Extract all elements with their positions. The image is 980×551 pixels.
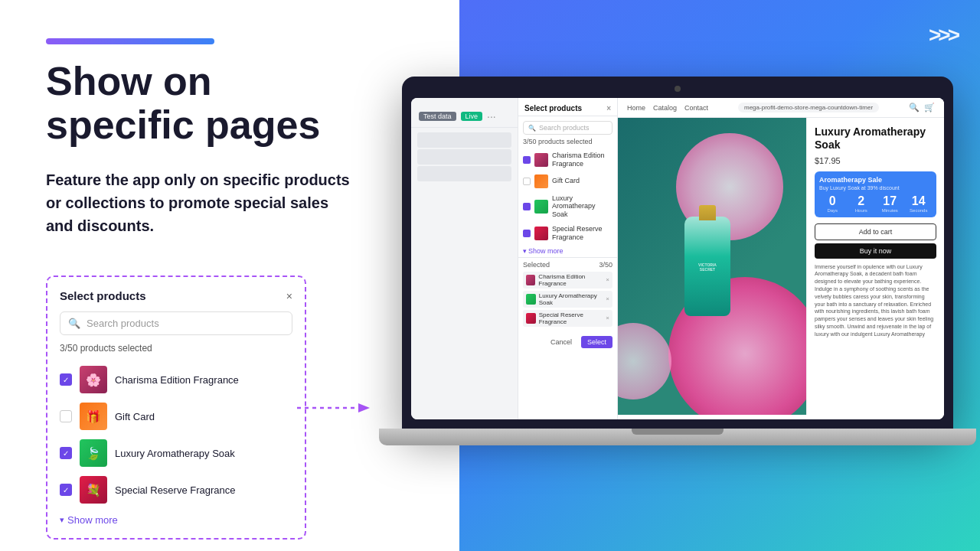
search-placeholder: Search products xyxy=(87,318,159,329)
store-content: VICTORIASECRET Luxury Aromatherapy Soak … xyxy=(618,118,944,415)
live-badge: Live xyxy=(461,112,483,121)
mini-checkbox-aromatherapy[interactable] xyxy=(523,203,531,210)
countdown-days: 0 Days xyxy=(819,194,846,213)
chip-name-special: Special Reserve Fragrance xyxy=(539,311,606,325)
thumb-aromatherapy: 🍃 xyxy=(80,439,107,467)
countdown-seconds: 14 Seconds xyxy=(906,194,933,213)
selected-chip-aromatherapy: Luxury Aromatherapy Soak × xyxy=(523,291,612,308)
mini-name-special: Special Reserve Fragrance xyxy=(552,225,612,242)
product-name-charisma: Charisma Edition Fragrance xyxy=(115,374,239,386)
card-title: Select products xyxy=(60,289,146,302)
thumb-giftcard: 🎁 xyxy=(80,403,107,430)
main-heading: Show on specific pages xyxy=(46,60,360,147)
mini-panel-title: Select products xyxy=(524,104,582,112)
cancel-button[interactable]: Cancel xyxy=(544,336,578,348)
checkbox-special[interactable] xyxy=(60,484,72,496)
search-box[interactable]: 🔍 Search products xyxy=(60,311,292,335)
search-icon: 🔍 xyxy=(68,318,80,329)
svg-marker-1 xyxy=(358,403,370,412)
selected-label: Selected xyxy=(523,261,550,269)
checkbox-aromatherapy[interactable] xyxy=(60,447,72,459)
checkbox-giftcard[interactable] xyxy=(60,410,72,422)
sidebar-icon-row xyxy=(417,149,511,165)
mini-close-icon[interactable]: × xyxy=(606,104,611,112)
sub-heading: Feature the app only on specific product… xyxy=(46,168,360,237)
store-url: mega-profit-demo-store-mega-countdown-ti… xyxy=(738,103,879,112)
countdown-box: Aromatherapy Sale Buy Luxury Soak at 39%… xyxy=(815,171,936,217)
nav-contact[interactable]: Contact xyxy=(684,104,708,112)
chevron-down-icon: ▾ xyxy=(60,515,64,525)
store-nav-links: Home Catalog Contact xyxy=(627,104,708,112)
panel-buttons: Cancel Select xyxy=(518,332,617,352)
sidebar-icon-row xyxy=(417,132,511,148)
mini-checkbox-charisma[interactable] xyxy=(523,156,531,164)
product-name-special: Special Reserve Fragrance xyxy=(115,484,236,496)
mini-product-giftcard: Gift Card xyxy=(518,171,617,191)
mini-panel-header: Select products × xyxy=(518,98,617,116)
mini-product-charisma: Charisma Edition Fragrance xyxy=(518,148,617,171)
mini-thumb-giftcard xyxy=(534,174,548,188)
shopify-admin: Test data Live ··· xyxy=(411,98,944,419)
cart-icon[interactable]: 🛒 xyxy=(924,103,935,112)
mini-chevron-icon: ▾ xyxy=(523,247,527,255)
mini-name-giftcard: Gift Card xyxy=(552,177,580,185)
store-nav-icons: 🔍 🛒 xyxy=(909,103,935,112)
mini-select-panel: Select products × 🔍 Search products 3/50… xyxy=(518,98,618,419)
mini-product-special: Special Reserve Fragrance xyxy=(518,222,617,245)
mini-search-box[interactable]: 🔍 Search products xyxy=(523,121,612,135)
select-products-card: Select products × 🔍 Search products 3/50… xyxy=(46,276,306,540)
search-icon[interactable]: 🔍 xyxy=(909,103,920,112)
product-detail-panel: Luxury Aromatherapy Soak $17.95 Aromathe… xyxy=(806,118,944,415)
mini-checkbox-giftcard[interactable] xyxy=(523,178,531,185)
mini-search-icon: 🔍 xyxy=(528,125,536,132)
laptop-wrapper: Test data Live ··· xyxy=(402,77,961,474)
product-item-special: 💐 Special Reserve Fragrance xyxy=(60,471,292,508)
mini-thumb-special xyxy=(534,227,548,240)
thumb-charisma: 🌸 xyxy=(80,366,107,393)
chip-name-aromatherapy: Luxury Aromatherapy Soak xyxy=(539,292,606,306)
selected-chip-special: Special Reserve Fragrance × xyxy=(523,310,612,327)
bottle-label: VICTORIASECRET xyxy=(698,262,717,272)
nav-home[interactable]: Home xyxy=(627,104,645,112)
chip-remove-special[interactable]: × xyxy=(606,315,609,321)
mini-count: 3/50 products selected xyxy=(518,138,617,148)
admin-topbar: Test data Live ··· xyxy=(411,106,518,128)
countdown-subtitle: Buy Luxury Soak at 39% discount xyxy=(819,185,932,191)
selected-header: Selected 3/50 xyxy=(523,261,612,269)
buy-now-button[interactable]: Buy it now xyxy=(815,243,936,259)
mini-show-more-text: Show more xyxy=(528,247,564,255)
checkbox-charisma[interactable] xyxy=(60,373,72,386)
add-to-cart-button[interactable]: Add to cart xyxy=(815,223,936,240)
mini-name-charisma: Charisma Edition Fragrance xyxy=(552,152,612,168)
selected-section: Selected 3/50 Charisma Edition Fragrance… xyxy=(518,257,617,332)
mini-show-more[interactable]: ▾ Show more xyxy=(518,245,617,257)
dotted-arrow xyxy=(297,385,381,431)
nav-catalog[interactable]: Catalog xyxy=(653,104,677,112)
store-nav: Home Catalog Contact mega-profit-demo-st… xyxy=(618,98,944,118)
countdown-minutes: 17 Minutes xyxy=(877,194,903,213)
laptop-screen: Test data Live ··· xyxy=(411,98,944,419)
sidebar-icon-row xyxy=(417,166,511,181)
chip-remove-charisma[interactable]: × xyxy=(606,276,609,283)
mini-product-aromatherapy: Luxury Aromatherapy Soak xyxy=(518,191,617,222)
decorative-arrows: >>> xyxy=(929,23,957,47)
select-button[interactable]: Select xyxy=(581,336,612,348)
countdown-hours: 2 Hours xyxy=(848,194,875,213)
store-view: Home Catalog Contact mega-profit-demo-st… xyxy=(618,98,944,419)
mini-checkbox-special[interactable] xyxy=(523,230,531,237)
bottle-cap xyxy=(699,205,716,220)
mini-name-aromatherapy: Luxury Aromatherapy Soak xyxy=(552,194,612,219)
admin-sidebar: Test data Live ··· xyxy=(411,98,518,419)
product-image-area: VICTORIASECRET xyxy=(618,118,806,415)
close-button[interactable]: × xyxy=(286,290,292,302)
chip-remove-aromatherapy[interactable]: × xyxy=(606,295,609,302)
product-name-aromatherapy: Luxury Aromatherapy Soak xyxy=(115,448,235,459)
product-title: Luxury Aromatherapy Soak xyxy=(815,126,936,152)
show-more-text: Show more xyxy=(67,514,118,526)
mini-thumb-aromatherapy xyxy=(534,200,548,214)
laptop-base xyxy=(379,429,976,445)
chip-thumb-aromatherapy xyxy=(526,294,536,305)
show-more[interactable]: ▾ Show more xyxy=(60,514,292,526)
product-name-giftcard: Gift Card xyxy=(115,411,155,422)
product-description: Immerse yourself in opulence with our Lu… xyxy=(815,263,936,338)
